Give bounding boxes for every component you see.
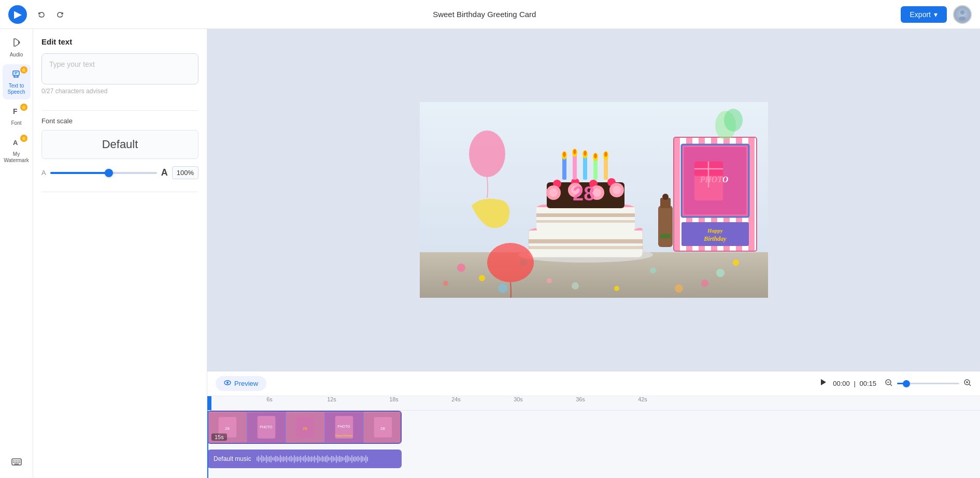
waveform-bar <box>266 455 267 463</box>
video-thumb-4: PHOTO Happy Birthday <box>325 412 364 443</box>
export-label: Export <box>910 10 931 19</box>
content-area: 28 <box>207 29 980 478</box>
waveform-bar <box>283 456 284 462</box>
font-scale-preview: Default <box>41 130 198 159</box>
waveform-bar <box>323 457 324 461</box>
play-button[interactable] <box>818 378 828 389</box>
svg-rect-57 <box>562 156 566 180</box>
waveform-bar <box>286 456 287 462</box>
svg-point-53 <box>549 189 558 197</box>
music-track-label: Default music <box>214 455 251 462</box>
sidebar-text-speech-label: Text to Speech <box>5 83 29 95</box>
video-track-row: 28 PHOTO <box>207 411 980 447</box>
waveform-bar <box>280 455 281 462</box>
waveform-bar <box>297 456 298 462</box>
svg-point-69 <box>594 153 597 158</box>
main-layout: Audio ⭐ Text to Speech ⭐ F <box>0 29 980 478</box>
sidebar-item-text-to-speech[interactable]: ⭐ Text to Speech <box>3 64 31 99</box>
svg-point-67 <box>584 151 587 156</box>
font-scale-slider[interactable] <box>50 168 157 178</box>
svg-text:A: A <box>13 139 18 147</box>
video-thumb-img-5: 28 <box>364 412 402 443</box>
svg-rect-60 <box>593 158 598 180</box>
music-track[interactable]: Default music <box>207 450 402 468</box>
svg-point-25 <box>443 281 448 286</box>
ruler-marker-18s: 18s <box>389 396 399 402</box>
text-speech-badge: ⭐ <box>20 66 27 74</box>
sidebar-keyboard-button[interactable] <box>3 452 31 474</box>
font-badge: ⭐ <box>20 104 27 111</box>
svg-point-63 <box>563 152 566 157</box>
svg-text:F: F <box>13 107 18 115</box>
waveform-bar <box>302 457 303 460</box>
slider-max-label: A <box>161 167 168 178</box>
zoom-out-button[interactable] <box>885 379 893 389</box>
waveform-bar <box>288 457 289 460</box>
preview-button[interactable]: Preview <box>216 376 266 391</box>
video-track-duration: 15s <box>211 433 227 441</box>
waveform-bar <box>359 457 360 460</box>
sidebar-item-font[interactable]: ⭐ F Font <box>3 102 31 131</box>
avatar[interactable] <box>953 5 972 24</box>
waveform-bar <box>269 456 270 462</box>
svg-rect-42 <box>536 213 635 217</box>
waveform-bar <box>364 457 365 461</box>
svg-point-30 <box>675 284 683 293</box>
undo-button[interactable] <box>33 6 50 23</box>
svg-point-27 <box>733 259 739 266</box>
svg-line-113 <box>890 384 892 386</box>
waveform-bar <box>299 457 300 461</box>
waveform-bar <box>261 455 262 462</box>
preview-label: Preview <box>234 380 258 387</box>
time-current: 00:00 | 00:15 <box>833 380 876 387</box>
panel-title: Edit text <box>41 37 198 46</box>
waveform-bar <box>350 457 351 461</box>
sidebar-item-audio[interactable]: Audio <box>3 33 31 62</box>
export-button[interactable]: Export ▾ <box>901 6 947 23</box>
slider-thumb[interactable] <box>105 169 113 177</box>
svg-rect-58 <box>573 154 577 180</box>
svg-text:28: 28 <box>573 183 594 205</box>
svg-point-71 <box>604 152 607 157</box>
project-title: Sweet Birthday Greeting Card <box>75 10 894 19</box>
waveform-bar <box>367 457 368 461</box>
watermark-badge: ⭐ <box>20 135 27 142</box>
waveform-bar <box>278 457 279 461</box>
waveform-bar <box>353 457 354 461</box>
canvas-scene: 28 <box>420 102 768 298</box>
video-thumb-img-4: PHOTO Happy Birthday <box>325 412 363 443</box>
svg-text:PHOTO: PHOTO <box>260 425 273 429</box>
waveform-bar <box>314 456 315 462</box>
zoom-slider[interactable] <box>897 380 959 388</box>
svg-text:28: 28 <box>225 426 230 431</box>
divider-1 <box>41 110 198 111</box>
preview-bar: Preview 00:00 | 00:15 <box>207 371 980 396</box>
topbar: ▶ Sweet Birthday Greeting Card Export ▾ <box>0 0 980 29</box>
svg-point-26 <box>716 269 725 277</box>
waveform-bar <box>337 457 338 461</box>
waveform-bar <box>351 455 352 463</box>
timeline-ruler: 6s 12s 18s 24s 30s 36s 42s <box>207 396 980 411</box>
svg-text:Birthday: Birthday <box>703 235 727 242</box>
zoom-thumb[interactable] <box>903 380 910 387</box>
svg-point-1 <box>959 17 966 21</box>
waveform-bar <box>319 456 320 461</box>
music-track-row: Default music <box>207 448 980 470</box>
svg-rect-59 <box>583 155 587 180</box>
svg-marker-110 <box>821 379 826 385</box>
waveform-bar <box>267 457 268 461</box>
svg-rect-39 <box>529 239 643 243</box>
svg-point-0 <box>960 10 964 15</box>
video-track[interactable]: 28 PHOTO <box>207 411 402 444</box>
redo-button[interactable] <box>52 6 68 23</box>
waveform-bar <box>348 456 349 461</box>
waveform-bar <box>289 456 290 461</box>
text-input[interactable]: Type your text <box>41 53 198 84</box>
zoom-in-button[interactable] <box>963 379 972 389</box>
waveform-bar <box>361 456 362 462</box>
canvas-area: 28 <box>207 29 980 371</box>
waveform-bar <box>333 456 334 461</box>
waveform-bar <box>336 455 337 463</box>
sidebar-item-watermark[interactable]: ⭐ A MyWatermark <box>3 133 31 168</box>
waveform-bar <box>306 457 307 461</box>
